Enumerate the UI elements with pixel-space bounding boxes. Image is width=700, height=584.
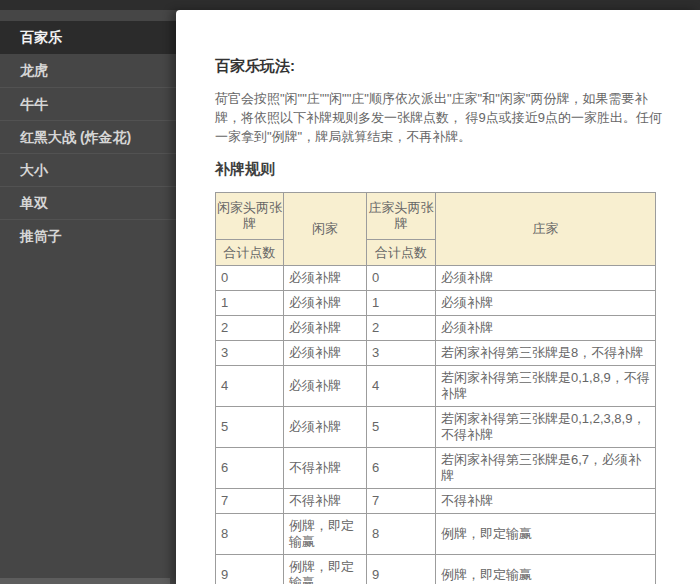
horizontal-scrollbar-track[interactable] (0, 578, 170, 584)
sidebar-item-longhu[interactable]: 龙虎 (0, 54, 176, 87)
sidebar-item-daxiao[interactable]: 大小 (0, 153, 176, 186)
table-header: 闲家头两张牌 闲家 庄家头两张牌 庄家 合计点数 合计点数 (216, 193, 656, 266)
player-points-cell: 1 (216, 291, 284, 316)
banker-points-cell: 2 (367, 316, 436, 341)
banker-points-cell: 7 (367, 489, 436, 514)
banker-points-cell: 8 (367, 514, 436, 555)
banker-points-cell: 0 (367, 266, 436, 291)
player-points-cell: 7 (216, 489, 284, 514)
player-points-cell: 8 (216, 514, 284, 555)
banker-action-cell: 必须补牌 (436, 266, 656, 291)
table-row: 9例牌，即定输赢9例牌，即定输赢 (216, 555, 656, 584)
player-action-cell: 不得补牌 (284, 489, 367, 514)
table-row: 7不得补牌7不得补牌 (216, 489, 656, 514)
banker-action-cell: 必须补牌 (436, 291, 656, 316)
sidebar-item-honghei[interactable]: 红黑大战 (炸金花) (0, 120, 176, 153)
banker-points-cell: 3 (367, 341, 436, 366)
banker-points-cell: 5 (367, 407, 436, 448)
banker-action-cell: 不得补牌 (436, 489, 656, 514)
header-banker-total-points: 合计点数 (367, 240, 436, 266)
sidebar-item-baijiale[interactable]: 百家乐 (0, 21, 176, 54)
table-row: 5必须补牌5若闲家补得第三张牌是0,1,2,3,8,9，不得补牌 (216, 407, 656, 448)
player-points-cell: 6 (216, 448, 284, 489)
player-action-cell: 必须补牌 (284, 316, 367, 341)
sidebar: 百家乐龙虎牛牛红黑大战 (炸金花)大小单双推筒子 (0, 10, 176, 584)
page-title: 百家乐玩法: (215, 56, 672, 76)
sidebar-nav: 百家乐龙虎牛牛红黑大战 (炸金花)大小单双推筒子 (0, 10, 176, 252)
header-banker-first-two: 庄家头两张牌 (367, 193, 436, 240)
banker-action-cell: 若闲家补得第三张牌是8，不得补牌 (436, 341, 656, 366)
banker-points-cell: 4 (367, 366, 436, 407)
sidebar-item-niuniu[interactable]: 牛牛 (0, 87, 176, 120)
player-action-cell: 例牌，即定输赢 (284, 555, 367, 584)
player-points-cell: 3 (216, 341, 284, 366)
banker-action-cell: 必须补牌 (436, 316, 656, 341)
player-points-cell: 0 (216, 266, 284, 291)
banker-action-cell: 若闲家补得第三张牌是0,1,2,3,8,9，不得补牌 (436, 407, 656, 448)
table-row: 0必须补牌0必须补牌 (216, 266, 656, 291)
table-row: 2必须补牌2必须补牌 (216, 316, 656, 341)
intro-paragraph: 荷官会按照"闲""庄""闲""庄"顺序依次派出"庄家"和"闲家"两份牌，如果需要… (215, 89, 670, 146)
draw-rules-table: 闲家头两张牌 闲家 庄家头两张牌 庄家 合计点数 合计点数 0必须补牌0必须补牌… (215, 192, 656, 584)
player-action-cell: 例牌，即定输赢 (284, 514, 367, 555)
player-points-cell: 9 (216, 555, 284, 584)
player-action-cell: 必须补牌 (284, 266, 367, 291)
table-row: 3必须补牌3若闲家补得第三张牌是8，不得补牌 (216, 341, 656, 366)
banker-action-cell: 例牌，即定输赢 (436, 555, 656, 584)
content-panel: 百家乐玩法: 荷官会按照"闲""庄""闲""庄"顺序依次派出"庄家"和"闲家"两… (176, 10, 700, 584)
banker-points-cell: 9 (367, 555, 436, 584)
banker-points-cell: 1 (367, 291, 436, 316)
header-player-first-two: 闲家头两张牌 (216, 193, 284, 240)
table-row: 8例牌，即定输赢8例牌，即定输赢 (216, 514, 656, 555)
banker-points-cell: 6 (367, 448, 436, 489)
player-points-cell: 5 (216, 407, 284, 448)
top-bar (0, 0, 700, 10)
banker-action-cell: 若闲家补得第三张牌是6,7，必须补牌 (436, 448, 656, 489)
table-row: 1必须补牌1必须补牌 (216, 291, 656, 316)
table-row: 6不得补牌6若闲家补得第三张牌是6,7，必须补牌 (216, 448, 656, 489)
rules-table-body: 0必须补牌0必须补牌1必须补牌1必须补牌2必须补牌2必须补牌3必须补牌3若闲家补… (216, 266, 656, 584)
header-player: 闲家 (284, 193, 367, 266)
player-points-cell: 2 (216, 316, 284, 341)
banker-action-cell: 例牌，即定输赢 (436, 514, 656, 555)
rules-heading: 补牌规则 (215, 159, 672, 179)
player-action-cell: 必须补牌 (284, 341, 367, 366)
table-header-row-1: 闲家头两张牌 闲家 庄家头两张牌 庄家 (216, 193, 656, 240)
player-points-cell: 4 (216, 366, 284, 407)
header-player-total-points: 合计点数 (216, 240, 284, 266)
header-banker: 庄家 (436, 193, 656, 266)
player-action-cell: 不得补牌 (284, 448, 367, 489)
table-row: 4必须补牌4若闲家补得第三张牌是0,1,8,9，不得补牌 (216, 366, 656, 407)
player-action-cell: 必须补牌 (284, 366, 367, 407)
banker-action-cell: 若闲家补得第三张牌是0,1,8,9，不得补牌 (436, 366, 656, 407)
player-action-cell: 必须补牌 (284, 291, 367, 316)
sidebar-item-tuitongzi[interactable]: 推筒子 (0, 219, 176, 252)
player-action-cell: 必须补牌 (284, 407, 367, 448)
sidebar-item-danshuang[interactable]: 单双 (0, 186, 176, 219)
